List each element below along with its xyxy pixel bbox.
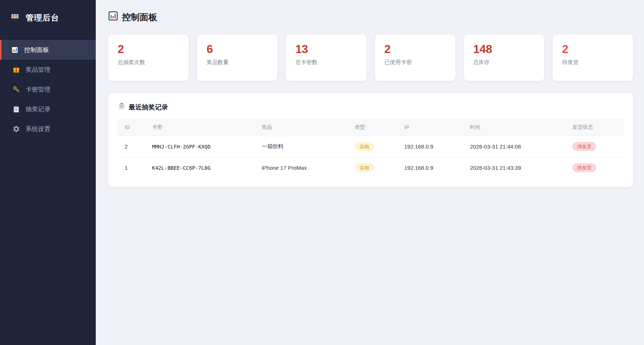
section-title: 最近抽奖记录 [117,102,624,112]
sidebar-item-label: 卡密管理 [26,85,50,94]
cell-prize: 一箱饮料 [254,136,348,157]
column-header-id: ID [117,119,145,136]
type-badge: 实物 [355,163,374,172]
section-title-text: 最近抽奖记录 [129,103,168,112]
sidebar-item-label: 系统设置 [26,125,50,133]
column-header-ip: IP [397,119,463,136]
stat-label: 待发货 [562,59,624,66]
stat-value: 2 [118,43,179,56]
cell-ip: 192.168.0.9 [397,157,463,179]
sidebar-item-card-keys[interactable]: 卡密管理 [0,79,96,99]
stat-value: 13 [295,43,357,56]
stat-label: 奖品数量 [207,59,268,66]
column-header-time: 时间 [463,119,565,136]
sidebar-item-prizes[interactable]: 奖品管理 [0,60,96,79]
slot-machine-icon: 7 7 7 [10,12,20,24]
table-row: 2 MMHJ-CLFH-2GPF-KXQD 一箱饮料 实物 192.168.0.… [117,136,624,157]
gift-icon [12,66,20,74]
cell-id: 2 [117,136,145,157]
app-logo: 7 7 7 管理后台 [0,0,96,36]
bar-chart-icon [11,46,19,54]
stat-card-total-stock: 148 总库存 [464,34,544,81]
svg-text:7: 7 [14,15,16,18]
column-header-key: 卡密 [145,119,254,136]
stat-value: 148 [473,43,535,56]
sidebar-item-label: 抽奖记录 [26,105,50,113]
sidebar-item-label: 控制面板 [24,46,49,54]
sidebar-item-label: 奖品管理 [26,65,50,74]
stat-label: 已使用卡密 [384,59,446,66]
status-badge: 待发货 [572,163,596,172]
gear-icon [12,125,20,133]
stat-value: 2 [384,43,446,56]
cell-time: 2026-03-31 21:43:39 [463,157,565,179]
stats-row: 2 总抽奖次数 6 奖品数量 13 总卡密数 2 已使用卡密 148 总库存 2… [108,34,633,81]
cell-card-key: K42L-BBEE-CC6P-7L8G [145,157,254,179]
records-table: ID 卡密 奖品 类型 IP 时间 发货状态 2 MMHJ-CLFH-2GPF-… [117,119,624,178]
stat-label: 总库存 [473,59,535,66]
clipboard-icon [118,102,125,112]
column-header-status: 发货状态 [565,119,624,136]
cell-type: 实物 [348,157,397,179]
cell-ip: 192.168.0.9 [397,136,463,157]
sidebar: 7 7 7 管理后台 控制面板 [0,0,96,345]
page-title: 控制面板 [108,11,633,23]
sidebar-item-draw-records[interactable]: 抽奖记录 [0,99,96,119]
clipboard-icon [12,105,20,113]
app-title: 管理后台 [26,12,59,23]
recent-records-card: 最近抽奖记录 ID 卡密 奖品 类型 IP 时间 发货状态 [108,93,633,187]
sidebar-item-dashboard[interactable]: 控制面板 [0,40,96,60]
column-header-prize: 奖品 [254,119,348,136]
cell-prize: iPhone 17 ProMax [254,157,348,179]
stat-card-total-draws: 2 总抽奖次数 [108,34,189,81]
status-badge: 待发货 [572,142,596,151]
main-content: 控制面板 2 总抽奖次数 6 奖品数量 13 总卡密数 2 已使用卡密 148 … [96,0,644,345]
cell-status: 待发货 [565,157,624,179]
stat-value: 6 [207,43,268,56]
cell-type: 实物 [348,136,397,157]
stat-value: 2 [562,43,624,56]
stat-card-prize-count: 6 奖品数量 [197,34,277,81]
type-badge: 实物 [355,142,374,151]
cell-id: 1 [117,157,145,179]
sidebar-nav: 控制面板 奖品管理 卡密管理 [0,36,96,139]
stat-card-pending-shipment: 2 待发货 [553,34,633,81]
stat-card-used-keys: 2 已使用卡密 [375,34,455,81]
stat-card-total-keys: 13 总卡密数 [286,34,366,81]
svg-text:7: 7 [12,15,14,18]
table-row: 1 K42L-BBEE-CC6P-7L8G iPhone 17 ProMax 实… [117,157,624,179]
table-header-row: ID 卡密 奖品 类型 IP 时间 发货状态 [117,119,624,136]
key-icon [12,86,20,93]
page-title-text: 控制面板 [122,11,157,23]
column-header-type: 类型 [348,119,397,136]
svg-text:7: 7 [16,15,18,18]
sidebar-item-settings[interactable]: 系统设置 [0,119,96,139]
bar-chart-icon [108,11,118,23]
cell-time: 2026-03-31 21:44:08 [463,136,565,157]
cell-status: 待发货 [565,136,624,157]
stat-label: 总卡密数 [295,59,357,66]
cell-card-key: MMHJ-CLFH-2GPF-KXQD [145,136,254,157]
stat-label: 总抽奖次数 [118,59,179,66]
